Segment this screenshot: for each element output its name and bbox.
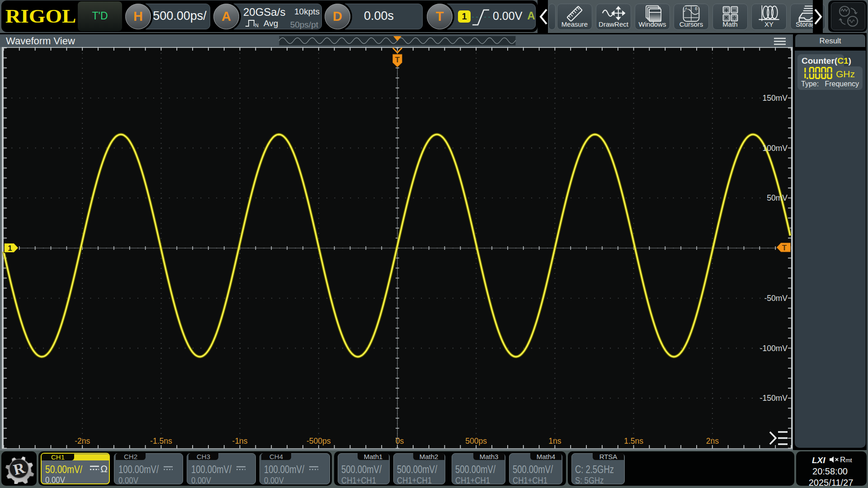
svg-text:-1ns: -1ns [232,436,248,446]
svg-text:50mV: 50mV [767,193,788,202]
svg-text:T: T [782,244,787,252]
svg-text:100mV: 100mV [763,144,788,153]
svg-text:-500ps: -500ps [307,436,331,446]
svg-text:-150mV: -150mV [760,394,788,403]
svg-text:150mV: 150mV [763,94,788,103]
svg-text:1: 1 [8,244,12,253]
svg-text:-2ns: -2ns [75,436,90,446]
svg-text:0s: 0s [396,436,404,446]
svg-text:-100mV: -100mV [760,344,788,353]
svg-text:1ns: 1ns [548,436,561,446]
svg-text:500ps: 500ps [465,436,487,446]
svg-text:GHz: GHz [836,69,855,79]
svg-text:-50mV: -50mV [764,294,788,303]
svg-text:1.5ns: 1.5ns [624,436,643,446]
svg-text:-1.5ns: -1.5ns [150,436,172,446]
svg-text:2ns: 2ns [706,436,719,446]
